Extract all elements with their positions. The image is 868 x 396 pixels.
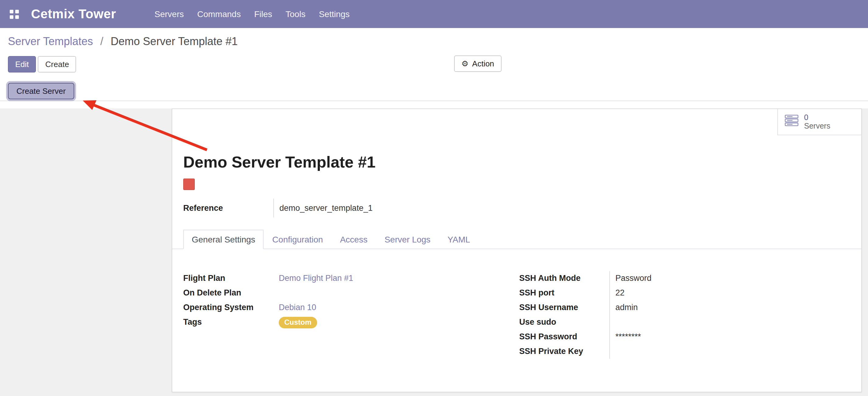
- menu-item-servers[interactable]: Servers: [148, 0, 190, 28]
- tab-access[interactable]: Access: [332, 230, 376, 249]
- servers-stat-icon: [785, 115, 799, 129]
- breadcrumb: Server Templates / Demo Server Template …: [8, 33, 868, 50]
- operating-system-label: Operating System: [183, 300, 273, 315]
- action-button-label: Action: [472, 58, 494, 69]
- brand-title[interactable]: Cetmix Tower: [31, 7, 116, 21]
- reference-row: Reference demo_server_template_1: [183, 199, 850, 218]
- ssh-port-label: SSH port: [519, 286, 609, 300]
- top-navbar: Cetmix Tower Servers Commands Files Tool…: [0, 0, 868, 28]
- operating-system-link[interactable]: Debian 10: [279, 303, 316, 312]
- button-row: Edit Create: [8, 56, 868, 73]
- ssh-username-label: SSH Username: [519, 300, 609, 315]
- control-panel: Server Templates / Demo Server Template …: [0, 28, 868, 101]
- field-row-operating-system: Operating System Debian 10: [183, 300, 519, 315]
- servers-stat-button[interactable]: 0 Servers: [777, 109, 861, 135]
- notebook-tabs: General Settings Configuration Access Se…: [172, 230, 861, 249]
- field-groups: Flight Plan Demo Flight Plan #1 On Delet…: [183, 271, 850, 359]
- ssh-port-value: 22: [609, 286, 850, 300]
- menu-item-settings[interactable]: Settings: [312, 0, 356, 28]
- content-area: 0 Servers Demo Server Template #1 Refere…: [0, 108, 868, 396]
- servers-stat-text: 0 Servers: [804, 113, 830, 131]
- field-row-ssh-auth-mode: SSH Auth Mode Password: [519, 271, 850, 286]
- use-sudo-value: [609, 315, 850, 330]
- reference-value: demo_server_template_1: [273, 199, 373, 218]
- main-menu: Servers Commands Files Tools Settings: [148, 0, 356, 28]
- tab-server-logs[interactable]: Server Logs: [376, 230, 439, 249]
- reference-label: Reference: [183, 199, 273, 218]
- tab-yaml[interactable]: YAML: [439, 230, 478, 249]
- ssh-auth-mode-value: Password: [609, 271, 850, 286]
- create-server-button[interactable]: Create Server: [8, 83, 74, 99]
- edit-button[interactable]: Edit: [8, 56, 36, 73]
- ssh-password-label: SSH Password: [519, 330, 609, 344]
- breadcrumb-separator: /: [100, 35, 103, 48]
- servers-count: 0: [804, 113, 830, 122]
- field-row-on-delete-plan: On Delete Plan: [183, 286, 519, 300]
- menu-item-tools[interactable]: Tools: [279, 0, 312, 28]
- create-server-row: Create Server: [8, 83, 868, 99]
- field-row-use-sudo: Use sudo: [519, 315, 850, 330]
- apps-grid-icon[interactable]: [9, 9, 20, 19]
- gear-icon: ⚙: [461, 60, 468, 67]
- ssh-private-key-label: SSH Private Key: [519, 344, 609, 359]
- color-swatch[interactable]: [183, 178, 195, 190]
- field-row-tags: Tags Custom: [183, 315, 519, 330]
- field-row-flight-plan: Flight Plan Demo Flight Plan #1: [183, 271, 519, 286]
- action-button[interactable]: ⚙ Action: [454, 55, 502, 72]
- ssh-private-key-value: [609, 344, 850, 359]
- field-row-ssh-port: SSH port 22: [519, 286, 850, 300]
- breadcrumb-current: Demo Server Template #1: [111, 35, 238, 48]
- form-sheet: 0 Servers Demo Server Template #1 Refere…: [172, 108, 862, 392]
- general-group-left: Flight Plan Demo Flight Plan #1 On Delet…: [183, 271, 519, 359]
- field-row-ssh-username: SSH Username admin: [519, 300, 850, 315]
- flight-plan-label: Flight Plan: [183, 271, 273, 286]
- ssh-auth-mode-label: SSH Auth Mode: [519, 271, 609, 286]
- menu-item-files[interactable]: Files: [247, 0, 279, 28]
- servers-count-label: Servers: [804, 122, 830, 131]
- general-group-right: SSH Auth Mode Password SSH port 22 SSH U…: [519, 271, 850, 359]
- breadcrumb-parent-link[interactable]: Server Templates: [8, 35, 93, 48]
- tab-general-settings[interactable]: General Settings: [183, 230, 264, 249]
- menu-item-commands[interactable]: Commands: [190, 0, 247, 28]
- tag-badge[interactable]: Custom: [279, 317, 317, 329]
- flight-plan-link[interactable]: Demo Flight Plan #1: [279, 274, 353, 283]
- use-sudo-label: Use sudo: [519, 315, 609, 330]
- on-delete-plan-value: [273, 286, 519, 300]
- on-delete-plan-label: On Delete Plan: [183, 286, 273, 300]
- field-row-ssh-password: SSH Password ********: [519, 330, 850, 344]
- field-row-ssh-private-key: SSH Private Key: [519, 344, 850, 359]
- tags-label: Tags: [183, 315, 273, 330]
- create-button[interactable]: Create: [38, 56, 76, 73]
- sheet-inner: Demo Server Template #1 Reference demo_s…: [172, 109, 861, 359]
- tab-configuration[interactable]: Configuration: [264, 230, 332, 249]
- ssh-password-value: ********: [609, 330, 850, 344]
- app-window: Cetmix Tower Servers Commands Files Tool…: [0, 0, 868, 396]
- ssh-username-value: admin: [609, 300, 850, 315]
- record-title: Demo Server Template #1: [183, 153, 850, 171]
